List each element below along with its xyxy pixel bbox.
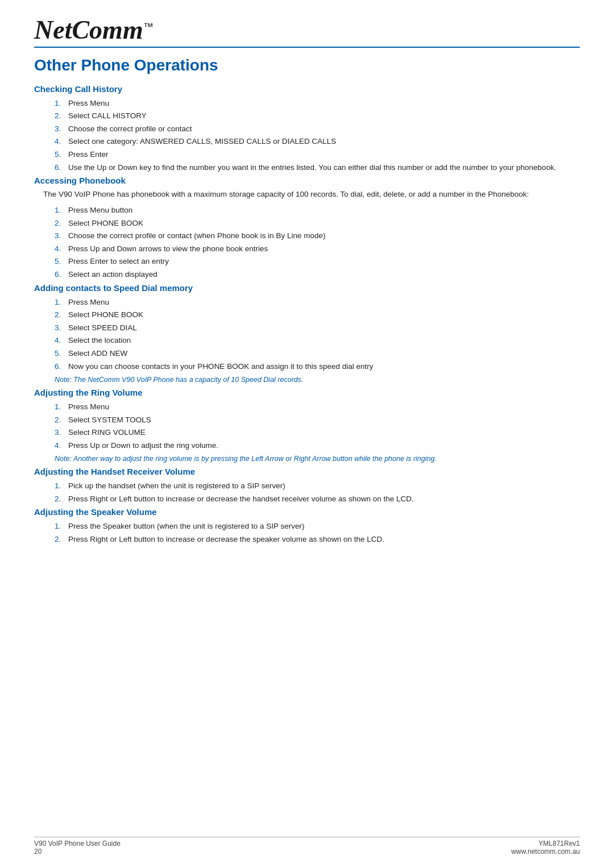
section-heading-checking-call-history: Checking Call History: [34, 84, 580, 94]
footer: V90 VoIP Phone User Guide 20 YML871Rev1 …: [34, 840, 580, 855]
section-adjusting-speaker-volume: Adjusting the Speaker VolumePress the Sp…: [34, 507, 580, 545]
section-list-adjusting-handset-receiver-volume: Pick up the handset (when the unit is re…: [55, 480, 580, 505]
list-item: Use the Up or Down key to find the numbe…: [55, 161, 580, 174]
list-item: Press Up and Down arrows to view the pho…: [55, 243, 580, 255]
list-item: Press Enter to select an entry: [55, 255, 580, 268]
footer-right-line1: YML871Rev1: [511, 840, 580, 848]
list-item: Press Enter: [55, 148, 580, 161]
section-adding-contacts-speed-dial: Adding contacts to Speed Dial memoryPres…: [34, 283, 580, 385]
page: NetComm™ Other Phone Operations Checking…: [0, 0, 614, 868]
list-item: Choose the correct profile or contact (w…: [55, 230, 580, 242]
section-adjusting-ring-volume: Adjusting the Ring VolumePress MenuSelec…: [34, 388, 580, 464]
list-item: Press Menu: [55, 97, 580, 110]
list-item: Press Menu button: [55, 204, 580, 217]
header-rule: [34, 47, 580, 48]
section-heading-adding-contacts-speed-dial: Adding contacts to Speed Dial memory: [34, 283, 580, 293]
section-heading-adjusting-ring-volume: Adjusting the Ring Volume: [34, 388, 580, 397]
list-item: Press Right or Left button to increase o…: [55, 493, 580, 505]
list-item: Select PHONE BOOK: [55, 309, 580, 321]
section-accessing-phonebook: Accessing PhonebookThe V90 VoIP Phone ha…: [34, 176, 580, 280]
logo-tm: ™: [143, 21, 154, 32]
section-heading-adjusting-speaker-volume: Adjusting the Speaker Volume: [34, 507, 580, 517]
list-item: Choose the correct profile or contact: [55, 123, 580, 135]
list-item: Select ADD NEW: [55, 347, 580, 360]
list-item: Select one category: ANSWERED CALLS, MIS…: [55, 135, 580, 148]
footer-right: YML871Rev1 www.netcomm.com.au: [511, 840, 580, 855]
list-item: Press Right or Left button to increase o…: [55, 533, 580, 546]
list-item: Pick up the handset (when the unit is re…: [55, 480, 580, 492]
logo-text: NetComm: [34, 15, 143, 44]
sections-container: Checking Call HistoryPress MenuSelect CA…: [34, 84, 580, 546]
section-list-checking-call-history: Press MenuSelect CALL HISTORYChoose the …: [55, 97, 580, 174]
section-list-adjusting-speaker-volume: Press the Speaker button (when the unit …: [55, 520, 580, 545]
list-item: Select SYSTEM TOOLS: [55, 414, 580, 426]
list-item: Select RING VOLUME: [55, 426, 580, 439]
list-item: Select PHONE BOOK: [55, 217, 580, 230]
list-item: Select SPEED DIAL: [55, 322, 580, 334]
section-heading-adjusting-handset-receiver-volume: Adjusting the Handset Receiver Volume: [34, 467, 580, 476]
section-list-adding-contacts-speed-dial: Press MenuSelect PHONE BOOKSelect SPEED …: [55, 296, 580, 373]
page-title: Other Phone Operations: [34, 56, 580, 75]
list-item: Press Menu: [55, 401, 580, 413]
footer-left-line1: V90 VoIP Phone User Guide: [34, 840, 121, 848]
list-item: Now you can choose contacts in your PHON…: [55, 360, 580, 373]
header: NetComm™: [34, 17, 580, 43]
list-item: Press the Speaker button (when the unit …: [55, 520, 580, 533]
logo: NetComm™: [34, 17, 154, 43]
list-item: Press Menu: [55, 296, 580, 309]
footer-rule: [34, 837, 580, 837]
footer-left: V90 VoIP Phone User Guide 20: [34, 840, 121, 855]
footer-left-line2: 20: [34, 848, 121, 855]
section-list-adjusting-ring-volume: Press MenuSelect SYSTEM TOOLSSelect RING…: [55, 401, 580, 451]
list-item: Press Up or Down to adjust the ring volu…: [55, 439, 580, 452]
section-checking-call-history: Checking Call HistoryPress MenuSelect CA…: [34, 84, 580, 174]
section-note-adjusting-ring-volume: Note: Another way to adjust the ring vol…: [55, 454, 580, 464]
list-item: Select the location: [55, 334, 580, 347]
list-item: Select CALL HISTORY: [55, 110, 580, 122]
footer-right-line2: www.netcomm.com.au: [511, 848, 580, 855]
section-note-adding-contacts-speed-dial: Note: The NetComm V90 VoIP Phone has a c…: [55, 375, 580, 385]
section-heading-accessing-phonebook: Accessing Phonebook: [34, 176, 580, 185]
list-item: Select an action displayed: [55, 268, 580, 281]
section-intro-accessing-phonebook: The V90 VoIP Phone has phonebook with a …: [43, 189, 580, 201]
section-list-accessing-phonebook: Press Menu buttonSelect PHONE BOOKChoose…: [55, 204, 580, 281]
section-adjusting-handset-receiver-volume: Adjusting the Handset Receiver VolumePic…: [34, 467, 580, 505]
